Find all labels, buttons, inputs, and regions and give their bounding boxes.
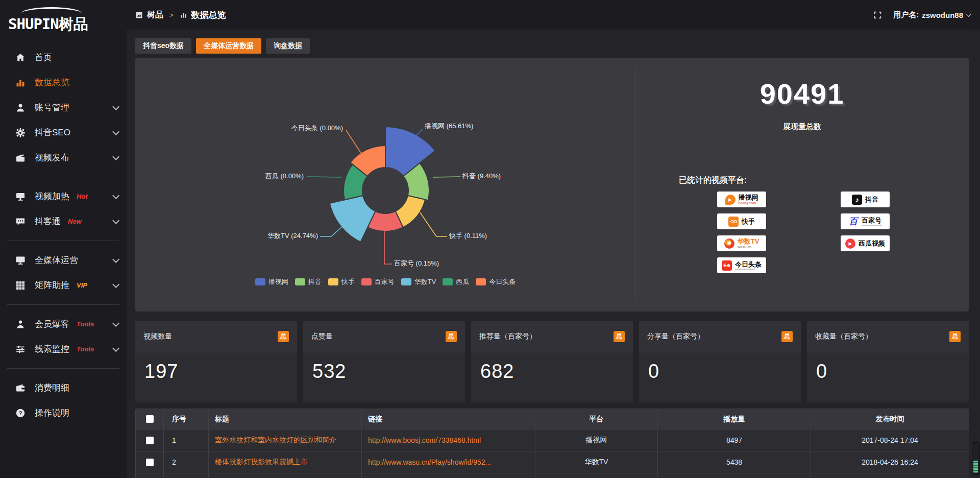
sidebar-item-douyin-seo[interactable]: 抖音SEO xyxy=(0,120,127,145)
sidebar-item-label: 全媒体运营 xyxy=(35,254,78,266)
legend-swatch xyxy=(401,278,411,285)
platform-badges-left: ▶ 播视网boosj.com OO 快手 ✱ 华数TVwasu.cn 头条 今日… xyxy=(717,192,766,273)
scrollbar[interactable] xyxy=(972,442,979,475)
vip-badge: VIP xyxy=(77,281,87,289)
stat-card-value: 0 xyxy=(639,352,801,391)
legend-swatch xyxy=(361,278,372,285)
chart-panel: 播视网 (65.61%)抖音 (9.40%)快手 (0.11%)百家号 (0.1… xyxy=(135,58,969,312)
col-publish-time: 发布时间 xyxy=(811,409,969,429)
legend-item[interactable]: 播视网 xyxy=(255,277,288,286)
sidebar-item-member-leads[interactable]: 会员爆客 Tools xyxy=(0,312,127,337)
total-badge: 总 xyxy=(614,331,625,342)
topbar: 树品 > 数据总览 用户名: zswodun88 xyxy=(127,0,980,30)
app-square-icon xyxy=(135,11,143,19)
cell-index: 2 xyxy=(164,451,209,473)
total-badge: 总 xyxy=(781,331,793,342)
brand-name-en: SHUPIN xyxy=(8,15,59,33)
legend-item[interactable]: 西瓜 xyxy=(443,277,469,286)
tab-omnimedia-data[interactable]: 全媒体运营数据 xyxy=(196,38,261,54)
sidebar-item-help[interactable]: ? 操作说明 xyxy=(0,400,127,425)
video-title-link[interactable]: 楼体投影灯投影效果震撼上市 xyxy=(215,458,355,467)
pie-callout-label: 华数TV (24.74%) xyxy=(267,232,318,240)
platform-name: 华数TV xyxy=(738,238,760,245)
table-row-partial xyxy=(136,473,969,478)
sidebar-item-accounts[interactable]: 账号管理 xyxy=(0,95,127,120)
sidebar-item-data-overview[interactable]: 数据总览 xyxy=(0,70,127,95)
row-checkbox[interactable] xyxy=(146,437,154,444)
brand-logo: SHUPIN树品 xyxy=(0,0,127,38)
legend-label: 今日头条 xyxy=(489,277,516,286)
legend-label: 西瓜 xyxy=(456,277,469,286)
video-url-link[interactable]: http://www.boosj.com/7338468.html xyxy=(368,436,529,444)
tab-inquiry-data[interactable]: 询盘数据 xyxy=(266,38,310,54)
legend-item[interactable]: 抖音 xyxy=(295,277,322,286)
legend-swatch xyxy=(476,278,486,285)
cell-index: 1 xyxy=(164,429,209,451)
legend-swatch xyxy=(328,278,338,285)
legend-label: 百家号 xyxy=(375,277,395,286)
member-icon xyxy=(15,319,26,329)
data-tabs: 抖音seo数据 全媒体运营数据 询盘数据 xyxy=(135,38,310,54)
user-icon xyxy=(15,103,26,113)
gear-icon xyxy=(15,128,26,138)
select-all-checkbox[interactable] xyxy=(146,415,154,423)
pie-slice[interactable] xyxy=(330,196,376,242)
svg-text:?: ? xyxy=(19,410,22,416)
row-checkbox[interactable] xyxy=(146,459,154,466)
bar-chart-icon xyxy=(180,11,187,19)
table-row[interactable]: 1 室外水纹灯和室内水纹灯的区别和简介 http://www.boosj.com… xyxy=(136,429,969,451)
platform-name: 西瓜视频 xyxy=(859,240,885,247)
sidebar-item-matrix-boost[interactable]: 矩阵助推 VIP xyxy=(0,273,127,298)
table-row[interactable]: 2 楼体投影灯投影效果震撼上市 http://www.wasu.cn/Play/… xyxy=(136,451,969,473)
pie-callout-label: 今日头条 (0.00%) xyxy=(291,124,343,132)
stat-card-favorites: 收藏量（百家号）总 0 xyxy=(807,321,969,402)
col-platform: 平台 xyxy=(535,409,658,429)
user-menu[interactable]: 用户名: zswodun88 xyxy=(893,10,970,20)
tab-douyin-seo-data[interactable]: 抖音seo数据 xyxy=(135,38,191,54)
sidebar-item-omnimedia[interactable]: 全媒体运营 xyxy=(0,248,127,273)
breadcrumb: 树品 > 数据总览 xyxy=(135,9,226,21)
platform-slogan-bar xyxy=(862,225,882,226)
rose-pie-chart[interactable]: 播视网 (65.61%)抖音 (9.40%)快手 (0.11%)百家号 (0.1… xyxy=(135,58,635,312)
platform-slogan-bar xyxy=(735,269,755,270)
scrollbar-indicator xyxy=(973,461,978,473)
legend-item[interactable]: 华数TV xyxy=(401,277,436,286)
sidebar-item-douketong[interactable]: 抖客通 New xyxy=(0,209,127,234)
pie-slice[interactable] xyxy=(385,127,435,176)
platform-badge-boosj: ▶ 播视网boosj.com xyxy=(717,192,766,207)
video-url-link[interactable]: http://www.wasu.cn/Play/show/id/952... xyxy=(368,458,529,466)
question-circle-icon: ? xyxy=(15,408,26,418)
legend-swatch xyxy=(255,278,265,285)
wallet-icon xyxy=(15,383,26,393)
legend-swatch xyxy=(295,278,305,285)
stat-card-label: 视频数量 xyxy=(143,332,172,341)
brand-name-cn: 树品 xyxy=(59,16,88,32)
caret-down-icon xyxy=(966,12,971,17)
sidebar-item-video-heat[interactable]: 视频加热 Hot xyxy=(0,184,127,209)
platform-badge-douyin: ♪ 抖音 xyxy=(841,192,890,207)
videos-table-panel: 序号 标题 链接 平台 播放量 发布时间 1 室外水纹灯和室内水纹灯的区别和简介… xyxy=(135,409,969,478)
tools-badge: Tools xyxy=(77,345,94,353)
sidebar-item-video-publish[interactable]: 视频发布 xyxy=(0,145,127,170)
sidebar-item-label: 首页 xyxy=(35,52,52,63)
sidebar-item-spending-detail[interactable]: 消费明细 xyxy=(0,375,127,400)
video-title-link[interactable]: 室外水纹灯和室内水纹灯的区别和简介 xyxy=(215,436,355,445)
sidebar-item-home[interactable]: 首页 xyxy=(0,45,127,70)
stat-card-recommends: 推荐量（百家号）总 682 xyxy=(471,321,633,402)
platform-badges-right: ♪ 抖音 百 百家号 ▶ 西瓜视频 xyxy=(841,192,890,251)
chevron-down-icon xyxy=(112,153,119,160)
chevron-down-icon xyxy=(112,128,119,135)
sidebar-item-label: 视频发布 xyxy=(35,152,69,163)
breadcrumb-separator: > xyxy=(169,11,174,19)
kuaishou-logo-icon: OO xyxy=(728,217,739,227)
sidebar-item-label: 会员爆客 xyxy=(35,318,69,330)
breadcrumb-root[interactable]: 树品 xyxy=(147,10,163,20)
sidebar-item-lead-monitor[interactable]: 线索监控 Tools xyxy=(0,337,127,362)
fullscreen-icon[interactable] xyxy=(873,11,882,19)
legend-item[interactable]: 百家号 xyxy=(361,277,395,286)
legend-item[interactable]: 快手 xyxy=(328,277,355,286)
legend-item[interactable]: 今日头条 xyxy=(476,277,516,286)
new-badge: New xyxy=(68,218,82,225)
legend-label: 快手 xyxy=(341,277,355,286)
pie-callout-label: 西瓜 (0.00%) xyxy=(265,172,304,180)
